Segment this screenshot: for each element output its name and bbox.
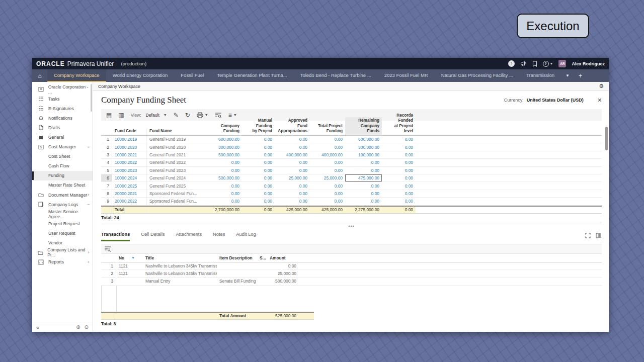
sidebar-item-cost-manager[interactable]: $ Cost Manager ›	[32, 142, 93, 152]
project-tab[interactable]: 2023 Fossil Fuel MR	[378, 69, 435, 82]
fund-code-cell[interactable]: 10000.2019	[112, 136, 146, 143]
approved-fund-cell[interactable]: 0.00	[275, 143, 310, 150]
megaphone-icon[interactable]	[520, 61, 527, 67]
records-funded-cell[interactable]: 0.00	[382, 151, 416, 158]
funding-row[interactable]: 5 10000.2023 General Fund 2023 0.00 0.00…	[101, 167, 602, 174]
find-icon[interactable]	[215, 112, 222, 118]
total-project-cell[interactable]: 0.00	[310, 159, 345, 166]
menu-icon[interactable]: ≡▼	[228, 112, 237, 118]
records-funded-cell[interactable]: 0.00	[382, 167, 416, 174]
no-cell[interactable]: 1121	[116, 270, 143, 277]
remaining-funds-cell[interactable]: 0.00	[345, 167, 382, 174]
funding-row[interactable]: 8 20000.2021 Sponsored Federal Fun... 0.…	[101, 190, 602, 198]
sidebar-item-e-signatures[interactable]: E-Signatures	[32, 104, 93, 113]
column-header-records-funded[interactable]: Records Funded at Project level	[382, 112, 416, 135]
approved-fund-cell[interactable]: 25,000.00	[275, 174, 310, 182]
manual-funding-cell[interactable]: 0.00	[242, 151, 275, 158]
view-selector[interactable]: View: Default ▼	[131, 113, 167, 118]
project-tab[interactable]: World Energy Corporation	[106, 69, 175, 82]
rows-view-icon[interactable]: ▤	[106, 112, 112, 118]
remaining-funds-cell[interactable]: 300,000.00	[345, 143, 382, 150]
vertical-scrollbar[interactable]	[605, 127, 608, 150]
column-header-title[interactable]: Title	[143, 255, 217, 260]
funding-row[interactable]: 9 20000.2022 Sponsored Federal Fun... 0.…	[101, 198, 602, 205]
edit-icon[interactable]: ✎	[174, 112, 179, 118]
total-project-cell[interactable]: 25,000.00	[310, 174, 345, 182]
print-icon[interactable]: ▼	[197, 112, 208, 118]
funding-row[interactable]: 1 10000.2019 General Fund 2019 600,000.0…	[101, 136, 602, 143]
fund-code-cell[interactable]: 10000.2025	[112, 182, 146, 189]
remaining-funds-cell[interactable]: 600,000.00	[345, 136, 382, 143]
detail-tab[interactable]: Attachments	[176, 230, 202, 241]
column-header-approved-fund[interactable]: Approved Fund Appropriations	[275, 117, 310, 135]
company-funding-cell[interactable]: 0.00	[207, 159, 242, 166]
sidebar-item-vendor[interactable]: Vendor	[32, 238, 93, 248]
item-description-cell[interactable]	[217, 270, 257, 277]
column-header-manual-funding[interactable]: Manual Funding by Project	[242, 117, 275, 135]
sidebar-item-document-manager[interactable]: Document Manager ›	[32, 190, 93, 200]
approved-fund-cell[interactable]: 0.00	[275, 159, 310, 166]
sidebar-item-tasks[interactable]: Tasks	[32, 94, 93, 104]
company-funding-cell[interactable]: 0.00	[207, 182, 242, 189]
project-tab[interactable]: Toledo Bend - Replace Turbine ...	[294, 69, 378, 82]
amount-cell[interactable]: 500,000.00	[267, 278, 299, 285]
fund-name-cell[interactable]: General Fund 2025	[146, 182, 207, 189]
zoom-in-icon[interactable]: ⊕	[76, 324, 80, 330]
status-cell[interactable]	[257, 270, 267, 277]
home-icon[interactable]: ⌂	[32, 69, 47, 82]
records-funded-cell[interactable]: 0.00	[382, 136, 416, 143]
dock-panel-icon[interactable]	[596, 233, 602, 238]
no-cell[interactable]: 1121	[116, 262, 143, 269]
detail-tab[interactable]: Cell Details	[141, 230, 165, 241]
find-icon[interactable]	[104, 246, 111, 252]
fund-name-cell[interactable]: Sponsored Federal Fun...	[146, 190, 207, 197]
company-funding-cell[interactable]: 0.00	[207, 190, 242, 197]
funding-row[interactable]: 7 10000.2025 General Fund 2025 0.00 0.00…	[101, 182, 602, 190]
project-tab[interactable]: Natural Gas Processing Facility ...	[435, 69, 520, 82]
fund-name-cell[interactable]: General Fund 2020	[146, 143, 207, 150]
column-header-item-description[interactable]: Item Description	[217, 255, 257, 260]
transaction-row[interactable]: 2 1121 Nashville to Lebanon 345kv Transm…	[101, 270, 602, 278]
remaining-funds-cell[interactable]: 0.00	[345, 190, 382, 197]
manual-funding-cell[interactable]: 0.00	[242, 159, 275, 166]
add-tab-icon[interactable]: +	[574, 69, 587, 82]
total-project-cell[interactable]: 0.00	[310, 198, 345, 205]
records-funded-cell[interactable]: 0.00	[382, 143, 416, 150]
company-funding-cell[interactable]: 300,000.00	[207, 143, 242, 150]
sidebar-item-company-lists[interactable]: Company Lists and Pi... ›	[32, 248, 93, 257]
announcement-icon[interactable]: ↑	[508, 60, 515, 67]
sidebar-item-general[interactable]: General	[32, 132, 93, 142]
fund-code-cell[interactable]: 10000.2020	[112, 143, 146, 150]
column-header-amount[interactable]: Amount	[267, 255, 299, 260]
columns-view-icon[interactable]: ▥	[118, 112, 124, 118]
amount-cell[interactable]: 25,000.00	[267, 270, 299, 277]
funding-row[interactable]: 4 10000.2022 General Fund 2022 0.00 0.00…	[101, 159, 602, 166]
sidebar-item-cash-flow[interactable]: Cash Flow	[32, 161, 93, 171]
column-header-remaining-funds[interactable]: Remaining Company Funds	[345, 117, 382, 135]
bookmark-icon[interactable]	[532, 61, 537, 67]
sidebar-item-oracle-corporation[interactable]: Oracle Corporation - ...	[32, 84, 93, 94]
approved-fund-cell[interactable]: 0.00	[275, 167, 310, 174]
fund-code-cell[interactable]: 10000.2024	[112, 174, 146, 182]
gear-icon[interactable]: ⚙	[599, 83, 604, 89]
total-project-cell[interactable]: 400,000.00	[310, 151, 345, 158]
column-header-fund-code[interactable]: Fund Code	[112, 128, 146, 135]
company-funding-cell[interactable]: 500,000.00	[207, 174, 242, 182]
sidebar-item-user-request[interactable]: User Request	[32, 228, 93, 238]
manual-funding-cell[interactable]: 0.00	[242, 174, 275, 182]
manual-funding-cell[interactable]: 0.00	[242, 182, 275, 189]
detail-tab[interactable]: Audit Log	[236, 230, 256, 241]
remaining-funds-cell[interactable]: 0.00	[345, 159, 382, 166]
close-icon[interactable]: ×	[598, 96, 602, 104]
sidebar-item-reports[interactable]: Reports ›	[32, 257, 93, 267]
fund-code-cell[interactable]: 10000.2021	[112, 151, 146, 158]
column-header-total-project[interactable]: Total Project Funding	[310, 123, 345, 136]
panel-splitter[interactable]: •••	[101, 224, 602, 228]
funding-row[interactable]: 3 10000.2021 General Fund 2021 500,000.0…	[101, 151, 602, 159]
manual-funding-cell[interactable]: 0.00	[242, 143, 275, 150]
fund-name-cell[interactable]: General Fund 2021	[146, 151, 207, 158]
sidebar-item-company-logs[interactable]: Company Logs ›	[32, 200, 93, 209]
manual-funding-cell[interactable]: 0.00	[242, 198, 275, 205]
company-funding-cell[interactable]: 0.00	[207, 198, 242, 205]
fund-name-cell[interactable]: General Fund 2023	[146, 167, 207, 174]
